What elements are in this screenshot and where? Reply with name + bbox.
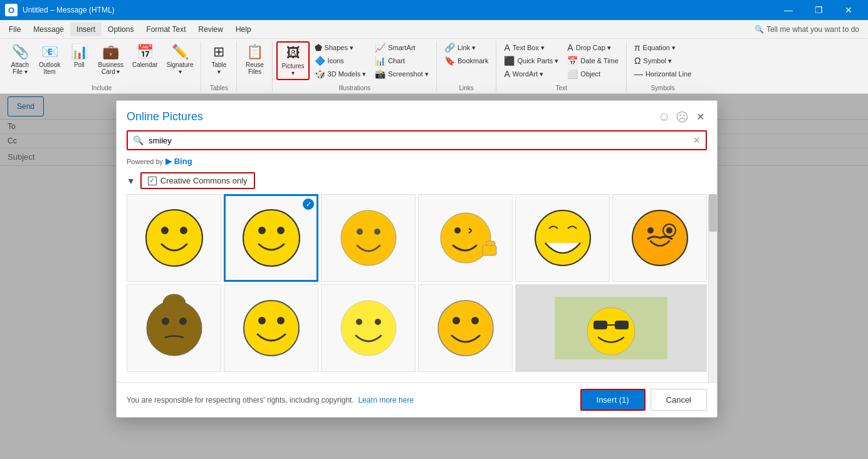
object-button[interactable]: ⬜Object [563, 68, 622, 80]
image-cell-3[interactable] [321, 194, 416, 282]
menu-review[interactable]: Review [192, 23, 229, 36]
search-clear-icon[interactable]: ✕ [693, 135, 701, 145]
filter-icon: ▼ [127, 176, 135, 186]
dialog-title: Online Pictures [127, 110, 203, 123]
attach-file-button[interactable]: 📎 AttachFile ▾ [6, 41, 34, 78]
svg-point-20 [179, 317, 187, 325]
icons-button[interactable]: 🔷Icons [311, 54, 370, 67]
online-pictures-dialog: Online Pictures ☺ ☹ ✕ 🔍 ✕ Powered by ▶ B… [116, 100, 718, 418]
bing-credit: Powered by ▶ Bing [117, 155, 717, 170]
ribbon-group-illustrations: 🖼 Pictures▾ ⬟Shapes ▾ 🔷Icons 🎲3D Models … [274, 41, 436, 91]
creative-commons-checkbox[interactable]: ✓ [148, 177, 157, 185]
3d-models-button[interactable]: 🎲3D Models ▾ [311, 68, 370, 80]
image-cell-11[interactable] [515, 284, 707, 372]
svg-point-10 [454, 227, 461, 234]
ribbon-group-symbols: πEquation ▾ ΩSymbol ▾ —Horizontal Line S… [628, 41, 699, 91]
equation-button[interactable]: πEquation ▾ [630, 41, 695, 54]
date-time-button[interactable]: 📅Date & Time [563, 54, 622, 67]
bookmark-button[interactable]: 🔖Bookmark [441, 54, 493, 67]
drop-cap-button[interactable]: ADrop Cap ▾ [563, 41, 622, 54]
link-button[interactable]: 🔗Link ▾ [441, 41, 493, 54]
quick-parts-button[interactable]: ⬛Quick Parts ▾ [500, 54, 562, 67]
svg-point-4 [258, 227, 266, 234]
svg-point-2 [180, 227, 187, 234]
svg-point-3 [243, 210, 300, 266]
svg-point-5 [277, 227, 285, 234]
menu-format-text[interactable]: Format Text [140, 23, 192, 36]
footer-text: You are responsible for respecting other… [127, 396, 414, 405]
menu-options[interactable]: Options [102, 23, 140, 36]
svg-point-6 [341, 210, 396, 266]
scrollbar-thumb[interactable] [709, 194, 717, 232]
main-content: Send To Cc Online Pictures ☺ ☹ ✕ [0, 94, 868, 459]
wordart-button[interactable]: AWordArt ▾ [500, 68, 562, 80]
tell-me[interactable]: 🔍 Tell me what you want to do [748, 25, 865, 34]
insert-button[interactable]: Insert (1) [580, 389, 646, 411]
image-grid-container [117, 194, 717, 382]
menu-help[interactable]: Help [229, 23, 258, 36]
reuse-files-button[interactable]: 📋 ReuseFiles [241, 41, 268, 78]
svg-point-23 [258, 317, 266, 324]
svg-point-24 [277, 317, 285, 324]
smiley-positive-icon: ☺ [658, 110, 671, 124]
ribbon: 📎 AttachFile ▾ 📧 OutlookItem 📊 Poll 💼 Bu… [0, 39, 868, 94]
image-cell-7[interactable] [127, 284, 221, 372]
creative-commons-label: Creative Commons only [160, 176, 248, 185]
close-button[interactable]: ✕ [834, 0, 863, 20]
table-button[interactable]: ⊞ Table▾ [205, 41, 233, 78]
search-input[interactable] [149, 136, 693, 145]
dialog-footer: You are responsible for respecting other… [117, 382, 717, 417]
poll-button[interactable]: 📊 Poll [65, 41, 93, 71]
ribbon-group-tables: ⊞ Table▾ Tables [202, 41, 237, 91]
svg-point-19 [162, 317, 169, 325]
creative-commons-filter[interactable]: ✓ Creative Commons only [140, 172, 255, 189]
image-cell-5[interactable] [515, 194, 610, 282]
menu-file[interactable]: File [3, 23, 27, 36]
scrollbar[interactable] [708, 194, 717, 382]
menu-insert[interactable]: Insert [70, 23, 102, 36]
business-card-button[interactable]: 💼 BusinessCard ▾ [94, 41, 127, 78]
image-cell-8[interactable] [224, 284, 318, 372]
dialog-header-right: ☺ ☹ ✕ [658, 108, 707, 125]
symbols-group-label: Symbols [651, 83, 674, 91]
text-box-button[interactable]: AText Box ▾ [500, 41, 562, 54]
search-icon: 🔍 [133, 135, 144, 145]
screenshot-button[interactable]: 📸Screenshot ▾ [371, 68, 432, 80]
image-cell-6[interactable] [612, 194, 707, 282]
svg-point-22 [244, 301, 299, 356]
chart-button[interactable]: 📊Chart [371, 54, 432, 67]
shapes-button[interactable]: ⬟Shapes ▾ [311, 41, 370, 54]
calendar-button[interactable]: 📅 Calendar [128, 41, 162, 71]
minimize-button[interactable]: — [774, 0, 803, 20]
window-controls: — ❐ ✕ [774, 0, 863, 20]
restore-button[interactable]: ❐ [804, 0, 833, 20]
image-cell-9[interactable] [321, 284, 416, 372]
search-container: 🔍 ✕ [117, 130, 717, 155]
pictures-button[interactable]: 🖼 Pictures▾ [276, 41, 309, 80]
symbol-button[interactable]: ΩSymbol ▾ [630, 54, 695, 67]
image-cell-1[interactable] [127, 194, 221, 282]
horizontal-line-button[interactable]: —Horizontal Line [630, 68, 695, 80]
svg-rect-33 [593, 321, 607, 329]
window-title: Untitled – Message (HTML) [23, 6, 774, 14]
bing-logo: ▶ Bing [165, 157, 192, 166]
ribbon-group-text: AText Box ▾ ⬛Quick Parts ▾ AWordArt ▾ AD… [498, 41, 626, 91]
image-cell-2[interactable] [224, 194, 318, 282]
image-cell-4[interactable] [418, 194, 513, 282]
signature-button[interactable]: ✏️ Signature▾ [163, 41, 197, 78]
title-bar: O Untitled – Message (HTML) — ❐ ✕ [0, 0, 868, 20]
outlook-item-button[interactable]: 📧 OutlookItem [35, 41, 64, 78]
cancel-button[interactable]: Cancel [651, 389, 707, 411]
image-cell-10[interactable] [418, 284, 513, 372]
dialog-close-button[interactable]: ✕ [694, 108, 707, 125]
svg-point-0 [146, 210, 202, 266]
powered-by-text: Powered by [127, 158, 163, 165]
learn-more-link[interactable]: Learn more here [358, 396, 414, 405]
menu-message[interactable]: Message [27, 23, 70, 36]
svg-point-8 [374, 229, 380, 235]
smartart-button[interactable]: 📈SmartArt [371, 41, 432, 54]
ribbon-group-include: 📎 AttachFile ▾ 📧 OutlookItem 📊 Poll 💼 Bu… [4, 41, 201, 91]
svg-point-21 [163, 294, 186, 312]
svg-point-1 [161, 227, 169, 234]
filter-bar: ▼ ✓ Creative Commons only [117, 170, 717, 194]
